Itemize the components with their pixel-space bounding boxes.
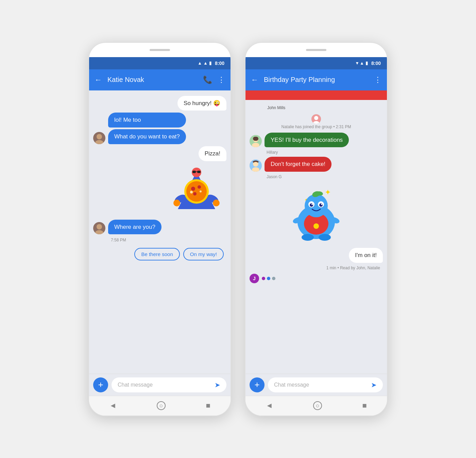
back-button-1[interactable]: ← [95,75,102,84]
typing-dot-3 [272,277,275,280]
time-label-1: 7:58 PM [111,238,126,242]
message-row-jason: Don't forget the cake! Jason G [250,157,383,179]
bubble-jason: Don't forget the cake! [265,157,332,172]
quick-reply-way[interactable]: On my way! [183,248,224,260]
sender-label-john: John Mills [267,105,285,110]
wifi-icon: ▲ [203,61,208,66]
system-text-natalie: Natalie has joined the group • 2:31 PM [282,124,351,129]
status-bar-1: ▲ ▲ ▮ 8:00 [89,57,231,69]
system-msg-natalie: Natalie has joined the group • 2:31 PM [250,113,383,131]
nav-bar-1: ◄ ○ ■ [89,396,231,415]
typing-dot-2 [267,277,270,280]
bubble-text-pizza: Pizza! [205,150,220,157]
chat-area-2: John Mills Natalie has joined the group … [245,100,387,374]
chat-input-2[interactable]: Chat message ➤ [268,377,383,392]
bubble-text-hillary: YES! I'll buy the decorations [271,137,343,143]
status-icons-1: ▲ ▲ ▮ [198,61,211,66]
svg-point-48 [311,204,313,205]
pizza-sticker [169,163,224,218]
time-1: 8:00 [215,61,224,66]
avatar-hillary [250,135,262,147]
quick-reply-soon[interactable]: Be there soon [134,248,180,260]
home-nav-2[interactable]: ○ [313,401,322,410]
add-button-2[interactable]: + [250,377,265,392]
chat-input-1[interactable]: Chat message ➤ [112,377,226,392]
typing-dots [262,277,275,280]
svg-point-36 [319,234,331,241]
message-row-received-group: lol! Me too What do you want to eat? [93,113,226,144]
status-bar-2: ▾ ▲ ▮ 8:00 [245,57,387,69]
signal-icon-2: ▲ [360,61,364,66]
svg-point-9 [186,181,207,202]
svg-point-38 [313,223,319,229]
timestamp-1: 7:58 PM [93,236,226,244]
message-row-where: Where are you? [93,220,226,235]
contact-name-1: Katie Novak [107,76,198,84]
send-icon-2[interactable]: ➤ [371,381,377,389]
group-top-banner [245,90,387,100]
menu-icon-1[interactable]: ⋮ [218,75,225,84]
bubble-text-jason: Don't forget the cake! [271,161,325,167]
bubble-text-lol: lol! Me too [114,117,141,123]
svg-point-14 [200,190,202,192]
avatar-katie [93,132,105,144]
phone-1: ▲ ▲ ▮ 8:00 ← Katie Novak 📞 ⋮ So hungry! … [88,42,231,416]
bubble-received-2: What do you want to eat? [108,129,186,144]
battery-icon: ▮ [209,61,211,66]
avatar-katie-2 [93,222,105,234]
input-placeholder-2: Chat message [274,382,309,388]
toolbar-2: ← Birthday Party Planning ⋮ [245,69,387,90]
bubble-pizza: Pizza! [199,146,226,161]
svg-point-13 [190,191,193,193]
chat-area-1: So hungry! 😜 lol! Me too [89,90,231,374]
creature-sticker-row: ✦ ✦ [250,181,383,246]
bubble-sent-1: So hungry! 😜 [177,96,226,111]
home-nav-1[interactable]: ○ [157,401,166,410]
chat-input-bar-2: + Chat message ➤ [245,374,387,396]
wifi-icon-2: ▾ [356,61,358,66]
status-icons-2: ▾ ▲ ▮ [356,61,368,66]
natalie-avatar [311,114,321,124]
svg-point-47 [319,203,323,207]
bubble-received-1: lol! Me too [108,113,186,128]
typing-avatar-j: J [250,274,259,283]
typing-dot-1 [262,277,265,280]
quick-replies-row: Be there soon On my way! [93,246,226,260]
phone-2: ▾ ▲ ▮ 8:00 ← Birthday Party Planning ⋮ J… [245,42,388,416]
input-placeholder-1: Chat message [118,382,153,388]
phones-container: ▲ ▲ ▮ 8:00 ← Katie Novak 📞 ⋮ So hungry! … [88,42,388,416]
bubble-text-where: Where are you? [114,224,155,230]
svg-point-20 [97,224,102,230]
message-row-hillary: YES! I'll buy the decorations Hillary [250,133,383,155]
sender-name-hillary-label: Hillary [250,150,278,155]
svg-rect-16 [192,171,196,173]
add-button-1[interactable]: + [93,377,108,392]
bubble-im-on-it: I'm on it! [349,248,383,263]
sender-name-jason-label: Jason G [250,174,282,179]
back-nav-2[interactable]: ◄ [266,401,273,410]
svg-point-35 [302,234,314,241]
battery-icon-2: ▮ [366,61,368,66]
bubble-text-1: So hungry! 😜 [184,100,220,106]
back-button-2[interactable]: ← [251,75,258,84]
svg-point-7 [213,200,220,206]
call-icon-1[interactable]: 📞 [203,75,212,84]
svg-rect-17 [197,171,201,173]
signal-icon: ▲ [198,61,202,66]
svg-point-23 [314,116,318,120]
recent-nav-2[interactable]: ■ [362,401,367,410]
bubbles-stack-received: lol! Me too What do you want to eat? [108,113,186,144]
nav-bar-2: ◄ ○ ■ [245,396,387,415]
svg-point-11 [198,185,201,189]
recent-nav-1[interactable]: ■ [206,401,210,410]
typing-indicator: J [250,272,383,285]
menu-icon-2[interactable]: ⋮ [374,75,381,84]
read-receipt: 1 min • Read by John, Natalie [250,265,383,270]
message-row-sent-1: So hungry! 😜 [93,96,226,111]
svg-point-6 [173,200,180,206]
back-nav-1[interactable]: ◄ [109,401,117,410]
svg-point-10 [191,187,195,191]
send-icon-1[interactable]: ➤ [215,381,220,389]
svg-rect-28 [253,137,258,141]
svg-point-46 [310,203,313,207]
